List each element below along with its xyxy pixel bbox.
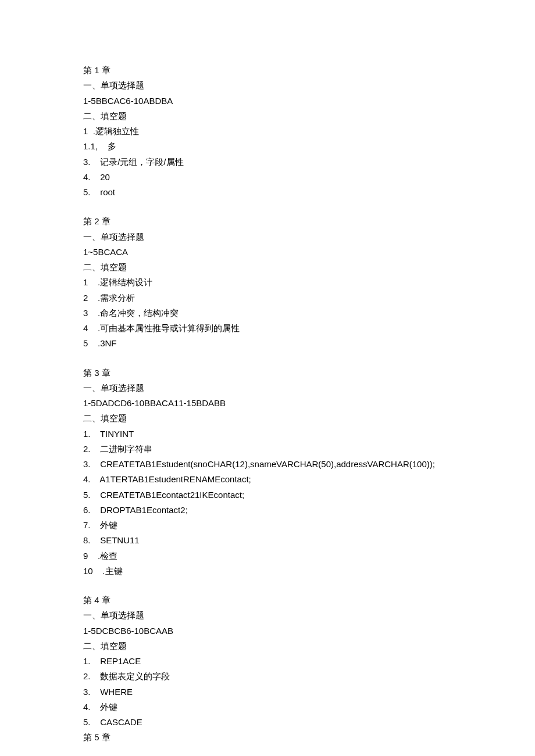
fb-heading: 二、填空题 [83,109,452,124]
fb-item: 3. WHERE [83,685,452,700]
mc-answers: 1-5DADCD6-10BBACA11-15BDABB [83,396,452,411]
document-page: 第 1 章 一、单项选择题 1-5BBCAC6-10ABDBA 二、填空题 1 … [0,0,452,746]
chapter-2: 第 2 章 一、单项选择题 1~5BCACA 二、填空题 1 .逻辑结构设计 2… [83,214,452,351]
mc-answers: 1-5DCBCB6-10BCAAB [83,624,452,639]
fb-item: 8. SETNU11 [83,533,452,548]
mc-heading: 一、单项选择题 [83,381,452,396]
fb-item: 5. CASCADE [83,715,452,730]
mc-heading: 一、单项选择题 [83,230,452,245]
fb-item: 3. CREATETAB1Estudent(snoCHAR(12),snameV… [83,457,452,472]
chapter-3: 第 3 章 一、单项选择题 1-5DADCD6-10BBACA11-15BDAB… [83,366,452,579]
fb-item: 1 .逻辑独立性 [83,124,452,139]
mc-heading: 一、单项选择题 [83,608,452,623]
chapter-title: 第 4 章 [83,593,452,608]
fb-heading: 二、填空题 [83,260,452,275]
mc-answers: 1~5BCACA [83,245,452,260]
fb-item: 1.1, 多 [83,139,452,154]
fb-item: 4. 20 [83,170,452,185]
fb-item: 6. DROPTAB1Econtact2; [83,503,452,518]
chapter-title-next: 第 5 章 [83,730,452,745]
fb-item: 2. 二进制字符串 [83,442,452,457]
fb-item: 5. CREATETAB1Econtact21IKEcontact; [83,488,452,503]
fb-item: 7. 外键 [83,518,452,533]
fb-item: 4. A1TERTAB1EstudentRENAMEcontact; [83,472,452,487]
fb-item: 1 .逻辑结构设计 [83,275,452,290]
fb-item: 4 .可由基本属性推导或计算得到的属性 [83,321,452,336]
fb-item: 5. root [83,185,452,200]
chapter-title: 第 1 章 [83,63,452,78]
fb-heading: 二、填空题 [83,411,452,426]
fb-item: 1. TINYINT [83,427,452,442]
chapter-title: 第 3 章 [83,366,452,381]
chapter-1: 第 1 章 一、单项选择题 1-5BBCAC6-10ABDBA 二、填空题 1 … [83,63,452,200]
fb-item: 4. 外键 [83,700,452,715]
fb-item: 9 .检查 [83,549,452,564]
fb-item: 2 .需求分析 [83,291,452,306]
fb-item: 3. 记录/元组，字段/属性 [83,155,452,170]
fb-item: 3 .命名冲突，结构冲突 [83,306,452,321]
fb-item: 10 .主键 [83,564,452,579]
mc-heading: 一、单项选择题 [83,78,452,93]
fb-item: 5 .3NF [83,336,452,351]
fb-heading: 二、填空题 [83,639,452,654]
fb-item: 1. REP1ACE [83,654,452,669]
fb-item: 2. 数据表定义的字段 [83,669,452,684]
chapter-4: 第 4 章 一、单项选择题 1-5DCBCB6-10BCAAB 二、填空题 1.… [83,593,452,746]
chapter-title: 第 2 章 [83,214,452,229]
mc-answers: 1-5BBCAC6-10ABDBA [83,94,452,109]
